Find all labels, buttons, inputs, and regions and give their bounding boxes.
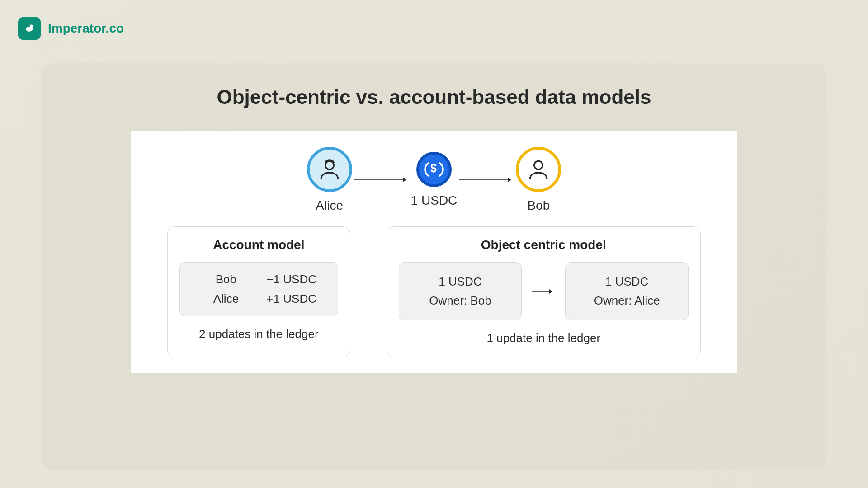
diagram-title: Object-centric vs. account-based data mo… xyxy=(41,86,827,108)
svg-point-0 xyxy=(325,161,334,169)
transfer-flow: Alice 1 USDC xyxy=(149,147,719,213)
receiver-node: Bob xyxy=(516,147,561,213)
account-ledger-box: Bob −1 USDC Alice +1 USDC xyxy=(179,262,338,316)
object-owner: Owner: Alice xyxy=(581,291,673,310)
account-model-panel: Account model Bob −1 USDC Alice +1 USDC … xyxy=(167,226,350,357)
object-owner: Owner: Bob xyxy=(415,291,506,310)
usdc-coin-icon xyxy=(416,152,452,187)
account-model-title: Account model xyxy=(213,238,304,252)
object-model-title: Object centric model xyxy=(481,238,606,252)
object-before-box: 1 USDC Owner: Bob xyxy=(399,262,522,320)
sender-label: Alice xyxy=(316,198,343,213)
object-amount: 1 USDC xyxy=(581,272,673,291)
alice-avatar-icon xyxy=(307,147,352,192)
svg-point-5 xyxy=(534,161,543,169)
arrow-icon xyxy=(457,157,516,202)
asset-label: 1 USDC xyxy=(411,193,458,208)
content-card: Object-centric vs. account-based data mo… xyxy=(41,63,827,470)
object-transition-row: 1 USDC Owner: Bob 1 USDC Owner: Alice xyxy=(399,262,689,320)
object-model-panel: Object centric model 1 USDC Owner: Bob 1… xyxy=(387,226,701,357)
object-after-box: 1 USDC Owner: Alice xyxy=(565,262,689,320)
brand-mark xyxy=(18,17,41,40)
object-amount: 1 USDC xyxy=(415,272,506,291)
ledger-name: Alice xyxy=(193,292,259,306)
brand-logo: Imperator.co xyxy=(18,17,124,40)
sender-node: Alice xyxy=(307,147,352,213)
diagram-panel: Alice 1 USDC xyxy=(131,131,737,373)
account-model-summary: 2 updates in the ledger xyxy=(199,327,319,341)
object-model-summary: 1 update in the ledger xyxy=(487,331,601,345)
ledger-delta: −1 USDC xyxy=(259,272,324,286)
ledger-name: Bob xyxy=(193,272,259,286)
brand-name: Imperator.co xyxy=(48,21,124,36)
bob-avatar-icon xyxy=(516,147,561,192)
asset-node: 1 USDC xyxy=(411,152,458,208)
ledger-delta: +1 USDC xyxy=(259,292,324,306)
arrow-icon xyxy=(531,288,556,295)
models-comparison: Account model Bob −1 USDC Alice +1 USDC … xyxy=(149,226,719,357)
receiver-label: Bob xyxy=(527,198,550,213)
arrow-icon xyxy=(352,157,411,202)
